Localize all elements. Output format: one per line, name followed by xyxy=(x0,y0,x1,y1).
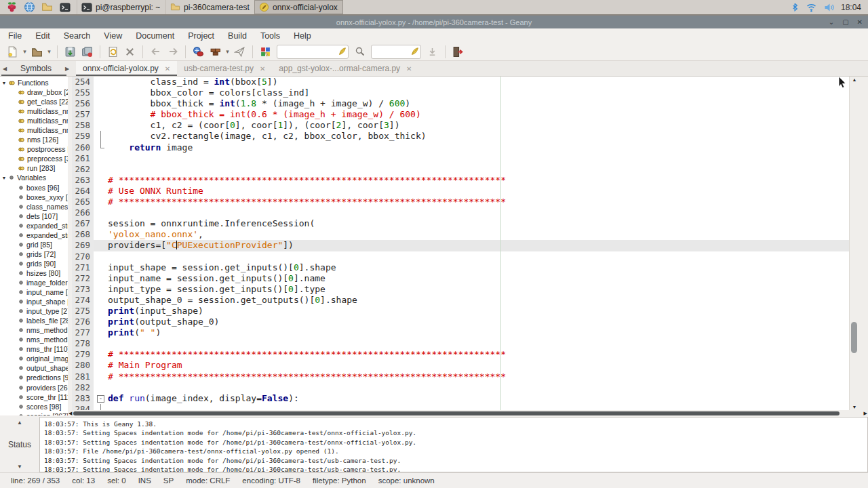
menu-document[interactable]: Document xyxy=(129,28,181,43)
editor-line[interactable]: 262 xyxy=(72,164,849,175)
line-number[interactable]: 275 xyxy=(72,306,94,317)
editor-line[interactable]: 263# ***********************************… xyxy=(72,175,849,186)
messages-tab-status[interactable]: Status xyxy=(8,440,31,449)
symbol-item[interactable]: get_class [226] xyxy=(0,97,68,106)
terminal-launcher-icon[interactable] xyxy=(58,1,71,14)
line-number[interactable]: 281 xyxy=(72,371,94,382)
editor-line[interactable]: 271input_shape = session.get_inputs()[0]… xyxy=(72,262,849,273)
symbol-item[interactable]: class_names [23 xyxy=(0,202,68,211)
symbol-item[interactable]: multiclass_nms_ xyxy=(0,116,68,125)
new-file-button[interactable] xyxy=(4,43,21,60)
symbol-item[interactable]: output_shape_0 xyxy=(0,363,68,373)
line-number[interactable]: 273 xyxy=(72,284,94,295)
save-button[interactable] xyxy=(62,43,79,60)
editor-line[interactable]: 279# ***********************************… xyxy=(72,349,849,360)
symbol-item[interactable]: original_images xyxy=(0,354,68,363)
symbol-item[interactable]: boxes [96] xyxy=(0,183,68,192)
symbol-item[interactable]: input_name [27 xyxy=(0,287,68,297)
symbol-item[interactable]: ▼Variables xyxy=(0,173,68,182)
symbol-item[interactable]: ▼Functions xyxy=(0,78,68,87)
color-chooser-button[interactable] xyxy=(257,43,274,60)
symbol-item[interactable]: nms_thr [110] xyxy=(0,344,68,354)
quit-button[interactable] xyxy=(450,43,467,60)
expander-icon[interactable]: ▼ xyxy=(0,81,8,85)
line-number[interactable]: 283 xyxy=(72,393,94,404)
file-manager-launcher-icon[interactable] xyxy=(41,1,54,14)
expander-icon[interactable]: ▼ xyxy=(0,176,8,180)
symbol-item[interactable]: input_shape [27 xyxy=(0,297,68,306)
editor-line[interactable]: 282 xyxy=(72,382,849,393)
tab-app-gst-yolox-ormal-camera-py[interactable]: app_gst-yolox-...ormal-camera.py✕ xyxy=(272,61,418,76)
menu-edit[interactable]: Edit xyxy=(28,28,57,43)
symbol-item[interactable]: image_folder [34 xyxy=(0,278,68,287)
menu-search[interactable]: Search xyxy=(57,28,98,43)
navigate-back-button[interactable] xyxy=(147,43,164,60)
symbol-item[interactable]: run [283] xyxy=(0,163,68,173)
tab-close-icon[interactable]: ✕ xyxy=(406,65,412,73)
editor-line[interactable]: 275print(input_shape) xyxy=(72,306,849,317)
editor-line[interactable]: 277print(" ") xyxy=(72,327,849,338)
symbol-item[interactable]: nms_method [1 xyxy=(0,325,68,335)
menu-help[interactable]: Help xyxy=(287,28,318,43)
editor-line[interactable]: 268'yolox_nano.onnx', xyxy=(72,229,849,240)
symbol-item[interactable]: providers [269] xyxy=(0,383,68,392)
new-file-dropdown[interactable]: ▾ xyxy=(21,43,28,60)
line-number[interactable]: 269 xyxy=(72,240,94,251)
wifi-icon[interactable] xyxy=(806,2,817,13)
symbol-item[interactable]: predictions [95] xyxy=(0,373,68,382)
open-file-dropdown[interactable]: ▾ xyxy=(45,43,53,60)
line-number[interactable]: 255 xyxy=(72,87,94,98)
symbol-item[interactable]: scores [98] xyxy=(0,402,68,411)
symbol-item[interactable]: multiclass_nms [ xyxy=(0,106,68,116)
symbol-item[interactable]: boxes_xyxy [100 xyxy=(0,192,68,202)
line-number[interactable]: 263 xyxy=(72,175,94,186)
line-number[interactable]: 276 xyxy=(72,317,94,327)
line-number[interactable]: 265 xyxy=(72,197,94,207)
save-all-button[interactable] xyxy=(79,43,96,60)
symbol-item[interactable]: grids [90] xyxy=(0,259,68,268)
messages-tab-scroll-up-icon[interactable]: ▲ xyxy=(17,420,22,426)
scroll-left-icon[interactable]: ◀ xyxy=(68,411,72,416)
line-number[interactable]: 257 xyxy=(72,109,94,120)
line-number[interactable]: 261 xyxy=(72,153,94,164)
fold-marker[interactable] xyxy=(94,393,108,404)
menu-build[interactable]: Build xyxy=(221,28,254,43)
line-number[interactable]: 277 xyxy=(72,327,94,338)
build-button[interactable] xyxy=(207,43,224,60)
symbol-item[interactable]: grid [85] xyxy=(0,240,68,249)
symbol-item[interactable]: nms_method [1 xyxy=(0,335,68,344)
editor-line[interactable]: 265# ***********************************… xyxy=(72,197,849,207)
task-button[interactable]: pi@raspberrypi: ~ xyxy=(77,0,165,14)
open-file-button[interactable] xyxy=(28,43,45,60)
jump-to-line-button[interactable] xyxy=(424,43,441,60)
line-number[interactable]: 267 xyxy=(72,218,94,229)
editor-line[interactable]: 283def run(image_index, display=False): xyxy=(72,393,849,404)
symbol-item[interactable]: expanded_stride xyxy=(0,221,68,230)
horizontal-scrollbar-thumb[interactable] xyxy=(73,411,840,415)
symbol-item[interactable]: labels_file [28] xyxy=(0,316,68,325)
close-window-icon[interactable]: ✕ xyxy=(857,19,863,26)
revert-button[interactable] xyxy=(104,43,121,60)
compile-button[interactable] xyxy=(190,43,207,60)
menu-tools[interactable]: Tools xyxy=(254,28,287,43)
symbol-item[interactable]: expanded_stride xyxy=(0,230,68,240)
minimize-window-icon[interactable]: ⌄ xyxy=(829,19,834,26)
symbol-item[interactable]: input_type [273 xyxy=(0,306,68,316)
line-number[interactable]: 279 xyxy=(72,349,94,360)
scroll-down-icon[interactable]: ▼ xyxy=(850,405,859,409)
line-number[interactable]: 272 xyxy=(72,273,94,284)
symbol-item[interactable]: nms [126] xyxy=(0,135,68,144)
symbol-item[interactable]: draw_bbox [236 xyxy=(0,87,68,97)
line-number[interactable]: 280 xyxy=(72,360,94,371)
editor-line[interactable]: 259 cv2.rectangle(image, c1, c2, bbox_co… xyxy=(72,131,849,142)
editor-line[interactable]: 274output_shape_0 = session.get_outputs(… xyxy=(72,295,849,306)
editor-line[interactable]: 267session = onnxruntime.InferenceSessio… xyxy=(72,218,849,229)
editor-line[interactable]: 260 return image xyxy=(72,142,849,153)
navigate-forward-button[interactable] xyxy=(164,43,181,60)
editor-line[interactable]: 266 xyxy=(72,207,849,218)
window-titlebar[interactable]: onnx-official-yolox.py - /home/pi/pi-360… xyxy=(0,16,868,28)
tab-close-icon[interactable]: ✕ xyxy=(165,65,170,73)
editor-line[interactable]: 256 bbox_thick = int(1.8 * (image_h + im… xyxy=(72,98,849,109)
line-number[interactable]: 266 xyxy=(72,207,94,218)
editor-line[interactable]: 254 class_ind = int(bbox[5]) xyxy=(72,77,849,87)
